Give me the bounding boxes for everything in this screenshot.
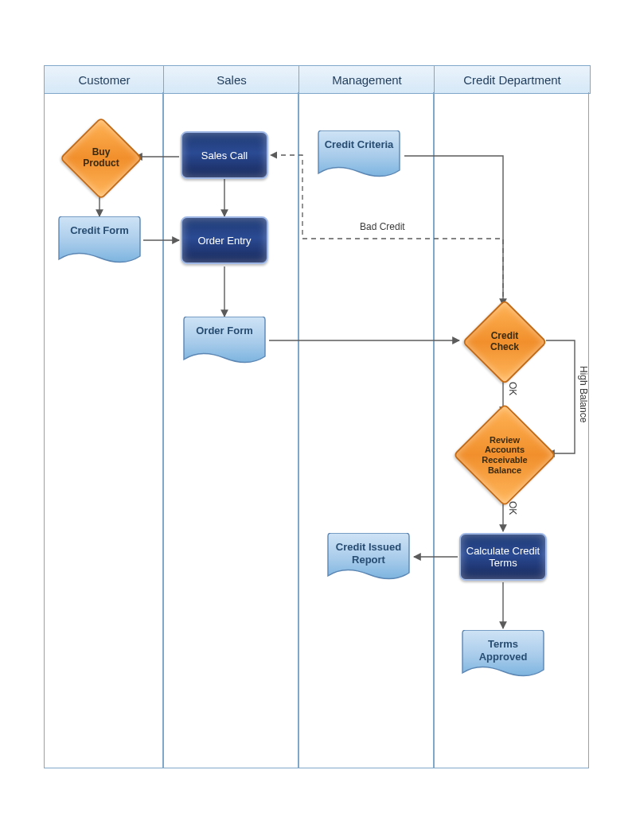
process-label: Calculate Credit Terms xyxy=(464,545,542,569)
process-label: Order Entry xyxy=(197,235,251,247)
decision-label: Review Accounts Receivable Balance xyxy=(470,420,540,490)
edge-label-ok-1: OK xyxy=(507,382,518,395)
edge-label-high-balance: High Balance xyxy=(578,366,589,422)
doc-credit-form: Credit Form xyxy=(56,216,143,267)
swimlane-diagram: Customer Sales Management Credit Departm… xyxy=(0,0,632,840)
doc-label: Credit Form xyxy=(56,216,143,237)
process-calc-credit-terms: Calculate Credit Terms xyxy=(459,533,547,581)
decision-label: Credit Check xyxy=(476,313,533,371)
doc-credit-criteria: Credit Criteria xyxy=(315,130,403,181)
doc-credit-issued-report: Credit Issued Report xyxy=(325,533,412,584)
decision-label: Buy Product xyxy=(73,130,129,186)
doc-order-form: Order Form xyxy=(181,317,268,368)
doc-terms-approved: Terms Approved xyxy=(459,630,547,681)
doc-label: Terms Approved xyxy=(459,630,547,664)
lane-header-credit: Credit Department xyxy=(434,65,591,94)
doc-label: Credit Criteria xyxy=(315,130,403,151)
edge-label-bad-credit: Bad Credit xyxy=(360,221,405,232)
process-order-entry: Order Entry xyxy=(181,216,268,264)
doc-label: Order Form xyxy=(181,317,268,337)
lane-header-customer: Customer xyxy=(44,65,165,94)
edge-label-ok-2: OK xyxy=(507,501,518,515)
lane-body-sales xyxy=(163,92,298,768)
process-label: Sales Call xyxy=(201,150,248,161)
process-sales-call: Sales Call xyxy=(181,131,268,179)
lane-body-management xyxy=(298,92,434,768)
lane-header-sales: Sales xyxy=(163,65,300,94)
doc-label: Credit Issued Report xyxy=(325,533,412,567)
lane-header-management: Management xyxy=(298,65,435,94)
